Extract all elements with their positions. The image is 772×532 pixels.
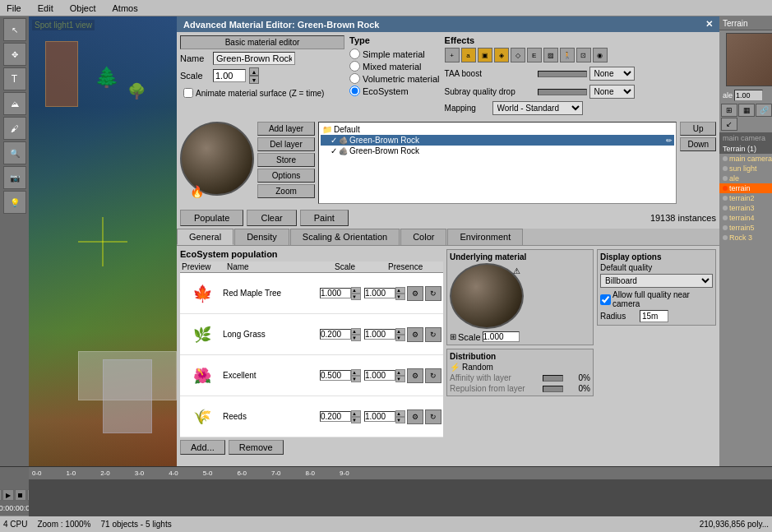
tab-general[interactable]: General: [177, 229, 233, 245]
scene-item-camera[interactable]: main camera: [719, 154, 772, 164]
maple-settings-btn[interactable]: ⚙: [407, 286, 423, 301]
down-button[interactable]: Down: [680, 137, 716, 151]
tab-scaling[interactable]: Scaling & Orientation: [290, 229, 400, 245]
reeds-extra-btn[interactable]: ↻: [425, 409, 441, 424]
tab-color[interactable]: Color: [400, 229, 446, 245]
up-button[interactable]: Up: [680, 122, 716, 136]
scene-item-rock3[interactable]: Rock 3: [719, 233, 772, 243]
toolbar-terrain[interactable]: ⛰: [3, 92, 26, 115]
zoom-button[interactable]: Zoom: [257, 184, 315, 198]
tab-environment[interactable]: Environment: [447, 229, 523, 245]
effect-person-icon[interactable]: 🚶: [560, 48, 575, 62]
scene-item-terrain5[interactable]: terrain5: [719, 223, 772, 233]
repulsion-slider[interactable]: [543, 386, 563, 392]
affinity-slider[interactable]: [543, 375, 563, 382]
grass-extra-btn[interactable]: ↻: [425, 327, 441, 342]
tree-item-rock1[interactable]: ✓ 🪨 Green-Brown Rock ✏: [321, 135, 674, 146]
type-volumetric[interactable]: Volumetric material: [349, 73, 440, 84]
scene-item-scale[interactable]: ale: [719, 173, 772, 183]
reeds-settings-btn[interactable]: ⚙: [407, 409, 423, 424]
tree-item-rock2[interactable]: ✓ 🪨 Green-Brown Rock: [321, 146, 674, 156]
effect-gold-icon[interactable]: ◈: [494, 48, 509, 62]
scale-down-btn[interactable]: ▼: [249, 76, 259, 84]
grass-scale-up[interactable]: ▲: [351, 328, 361, 335]
mat-scale-input[interactable]: [483, 331, 520, 342]
scene-item-terrain3[interactable]: terrain3: [719, 203, 772, 213]
effect-e3-icon[interactable]: ⊡: [576, 48, 591, 62]
type-volumetric-radio[interactable]: [349, 73, 360, 84]
excellent-scale-down[interactable]: ▼: [351, 376, 361, 382]
maple-scale-input[interactable]: [320, 288, 351, 298]
reeds-presence-up[interactable]: ▲: [395, 410, 405, 417]
reeds-scale-down[interactable]: ▼: [351, 417, 361, 423]
effect-e2-icon[interactable]: ▨: [543, 48, 558, 62]
excellent-presence-input[interactable]: [364, 370, 395, 381]
menu-atmos[interactable]: Atmos: [109, 2, 141, 15]
display-quality-dropdown[interactable]: Billboard Full 3D Low poly: [600, 274, 713, 288]
maple-presence-down[interactable]: ▼: [395, 294, 405, 300]
scale-up-btn[interactable]: ▲: [249, 67, 259, 76]
excellent-presence-up[interactable]: ▲: [395, 369, 405, 376]
prev-frame-btn[interactable]: ⏮: [0, 489, 2, 501]
maple-presence-up[interactable]: ▲: [395, 287, 405, 294]
excellent-scale-up[interactable]: ▲: [351, 369, 361, 376]
del-layer-button[interactable]: Del layer: [257, 137, 315, 151]
terrain-tool-1[interactable]: ⊞: [721, 104, 737, 117]
toolbar-light[interactable]: 💡: [3, 191, 26, 214]
subray-dropdown[interactable]: None: [589, 85, 635, 99]
toolbar-camera[interactable]: 📷: [3, 166, 26, 189]
menu-edit[interactable]: Edit: [35, 2, 57, 15]
add-button[interactable]: Add...: [180, 440, 225, 455]
type-simple-radio[interactable]: [349, 49, 360, 59]
grass-presence-input[interactable]: [364, 329, 395, 340]
scene-item-sun[interactable]: sun light: [719, 164, 772, 173]
grass-presence-down[interactable]: ▼: [395, 335, 405, 341]
toolbar-brush[interactable]: 🖌: [3, 117, 26, 140]
timeline-track[interactable]: [29, 479, 772, 516]
reeds-presence-input[interactable]: [364, 411, 395, 422]
effect-bump-icon[interactable]: ▣: [478, 48, 492, 62]
reeds-scale-up[interactable]: ▲: [351, 410, 361, 417]
maple-scale-up[interactable]: ▲: [351, 287, 361, 294]
scene-item-terrain[interactable]: terrain: [719, 183, 772, 193]
type-ecosystem[interactable]: EcoSystem: [349, 86, 440, 96]
remove-button[interactable]: Remove: [229, 440, 284, 455]
radius-input[interactable]: [640, 310, 668, 322]
effect-texture-icon[interactable]: a: [461, 48, 476, 62]
menu-object[interactable]: Object: [67, 2, 99, 15]
excellent-settings-btn[interactable]: ⚙: [407, 368, 423, 383]
name-input[interactable]: [213, 52, 295, 65]
grass-presence-up[interactable]: ▲: [395, 328, 405, 335]
maple-presence-input[interactable]: [364, 288, 395, 298]
grass-scale-down[interactable]: ▼: [351, 335, 361, 341]
paint-button[interactable]: Paint: [300, 210, 349, 226]
scene-item-terrain2[interactable]: terrain2: [719, 193, 772, 203]
reeds-presence-down[interactable]: ▼: [395, 417, 405, 423]
maple-scale-down[interactable]: ▼: [351, 294, 361, 300]
maple-extra-btn[interactable]: ↻: [425, 286, 441, 301]
eco-row-reeds[interactable]: 🌾 Reeds ▲ ▼: [180, 396, 443, 437]
type-mixed[interactable]: Mixed material: [349, 61, 440, 72]
toolbar-select[interactable]: ↖: [3, 18, 26, 41]
toolbar-text[interactable]: T: [3, 67, 26, 90]
toolbar-zoom[interactable]: 🔍: [3, 141, 26, 164]
terrain-scale-input[interactable]: [734, 90, 763, 101]
type-ecosystem-radio[interactable]: [349, 86, 360, 96]
excellent-scale-input[interactable]: [320, 370, 351, 381]
excellent-presence-down[interactable]: ▼: [395, 376, 405, 382]
eco-row-excellent[interactable]: 🌺 Excellent ▲ ▼: [180, 355, 443, 396]
reeds-scale-input[interactable]: [320, 411, 351, 422]
effect-e1-icon[interactable]: E: [527, 48, 542, 62]
subray-slider[interactable]: [538, 89, 587, 95]
toolbar-move[interactable]: ✥: [3, 43, 26, 66]
type-simple[interactable]: Simple material: [349, 49, 440, 59]
options-button[interactable]: Options: [257, 169, 315, 183]
stop-btn[interactable]: ⏹: [15, 489, 26, 501]
taa-slider[interactable]: [538, 71, 587, 77]
scale-input[interactable]: [213, 69, 246, 82]
effect-specular-icon[interactable]: ◇: [511, 48, 525, 62]
menu-file[interactable]: File: [3, 2, 25, 15]
edit-icon[interactable]: ✏: [666, 136, 673, 145]
basic-material-button[interactable]: Basic material editor: [180, 35, 344, 49]
clear-button[interactable]: Clear: [247, 210, 296, 226]
